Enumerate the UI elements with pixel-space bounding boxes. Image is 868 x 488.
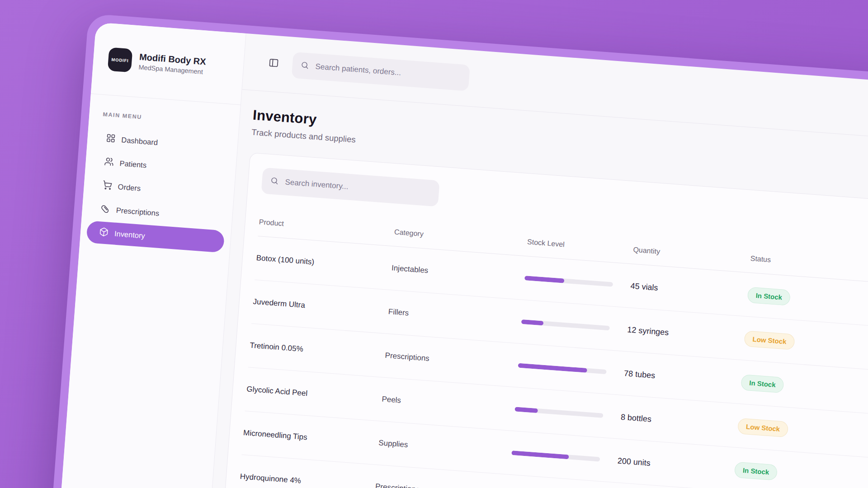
sidebar-header: MODIFI Modifi Body RX MedSpa Management xyxy=(91,22,246,105)
product-category: Peels xyxy=(382,394,515,413)
app-logo: MODIFI xyxy=(108,47,133,73)
nav-section-label: MAIN MENU xyxy=(95,111,233,127)
status-badge: Low Stock xyxy=(744,330,795,350)
stock-progress-bar xyxy=(524,276,613,286)
product-category: Prescriptions xyxy=(375,482,509,488)
global-search-input[interactable] xyxy=(314,61,462,82)
page-content: Inventory Track products and supplies Pr… xyxy=(212,90,868,488)
stock-level-cell xyxy=(518,363,624,375)
quantity-value: 200 units xyxy=(617,456,735,474)
product-category: Supplies xyxy=(378,438,512,457)
users-icon xyxy=(104,157,114,169)
status-cell: Low Stock xyxy=(744,330,868,356)
package-icon xyxy=(99,227,109,239)
inventory-table: Product Category Stock Level Quantity St… xyxy=(238,208,868,488)
sidebar-item-label: Inventory xyxy=(114,230,145,240)
stock-progress-bar xyxy=(521,319,610,330)
status-badge: Low Stock xyxy=(737,418,788,437)
quantity-value: 45 vials xyxy=(630,281,748,299)
stock-level-cell xyxy=(514,407,621,419)
stock-progress-bar xyxy=(511,450,600,461)
stock-progress-fill xyxy=(524,276,565,283)
stock-level-cell xyxy=(521,319,627,332)
pill-icon xyxy=(100,203,111,215)
inventory-search-input[interactable] xyxy=(284,177,431,198)
sidebar-item-label: Dashboard xyxy=(121,136,158,147)
status-cell: In Stock xyxy=(734,461,866,487)
brand-block: Modifi Body RX MedSpa Management xyxy=(138,52,206,76)
status-badge: In Stock xyxy=(741,374,784,393)
inventory-search xyxy=(261,168,440,207)
stock-progress-fill xyxy=(514,407,538,413)
product-category: Prescriptions xyxy=(385,351,519,370)
status-badge: In Stock xyxy=(734,461,778,480)
stock-progress-fill xyxy=(518,363,587,373)
global-search xyxy=(292,52,470,91)
search-icon xyxy=(300,61,310,71)
quantity-value: 12 syringes xyxy=(627,325,745,343)
sidebar-item-label: Prescriptions xyxy=(116,206,160,218)
column-header-status: Status xyxy=(750,254,868,272)
status-cell: In Stock xyxy=(747,286,868,312)
stock-progress-fill xyxy=(511,450,569,459)
app-window-frame: MODIFI Modifi Body RX MedSpa Management … xyxy=(37,14,868,488)
dashboard-icon xyxy=(106,133,116,145)
product-name: Hydroquinone 4% xyxy=(240,472,376,488)
search-icon xyxy=(270,176,279,187)
inventory-card: Product Category Stock Level Quantity St… xyxy=(224,152,868,488)
status-cell: Low Stock xyxy=(737,418,868,443)
sidebar-toggle-button[interactable] xyxy=(268,57,279,70)
main-nav: MAIN MENU Dashboard Patients Orders xyxy=(80,94,240,253)
product-name: Microneedling Tips xyxy=(243,428,379,447)
product-category: Injectables xyxy=(391,263,525,282)
product-name: Glycolic Acid Peel xyxy=(246,385,382,404)
nav-items: Dashboard Patients Orders Prescript xyxy=(86,127,231,253)
desktop-background: MODIFI Modifi Body RX MedSpa Management … xyxy=(0,0,868,488)
cart-icon xyxy=(102,180,113,192)
stock-level-cell xyxy=(524,276,631,288)
quantity-value: 8 bottles xyxy=(620,412,738,430)
column-header-stock-level: Stock Level xyxy=(527,238,634,253)
stock-progress-bar xyxy=(518,363,607,374)
main-area: Inventory Track products and supplies Pr… xyxy=(195,33,868,488)
sidebar: MODIFI Modifi Body RX MedSpa Management … xyxy=(45,22,246,488)
stock-progress-bar xyxy=(514,407,603,418)
sidebar-item-label: Patients xyxy=(119,159,147,169)
product-name: Botox (100 units) xyxy=(256,253,392,272)
app-window: MODIFI Modifi Body RX MedSpa Management … xyxy=(45,22,868,488)
column-header-category: Category xyxy=(394,228,528,246)
stock-progress-fill xyxy=(521,319,544,326)
quantity-value: 78 tubes xyxy=(623,368,741,386)
status-cell: In Stock xyxy=(741,374,868,399)
app-logo-text: MODIFI xyxy=(111,57,129,63)
column-header-quantity: Quantity xyxy=(633,246,751,263)
column-header-product: Product xyxy=(259,218,395,236)
product-category: Fillers xyxy=(388,307,522,326)
panel-left-icon xyxy=(268,57,279,70)
sidebar-item-label: Orders xyxy=(118,183,141,193)
product-name: Juvederm Ultra xyxy=(253,297,389,316)
stock-level-cell xyxy=(511,450,618,463)
status-badge: In Stock xyxy=(747,286,791,305)
product-name: Tretinoin 0.05% xyxy=(250,341,386,360)
